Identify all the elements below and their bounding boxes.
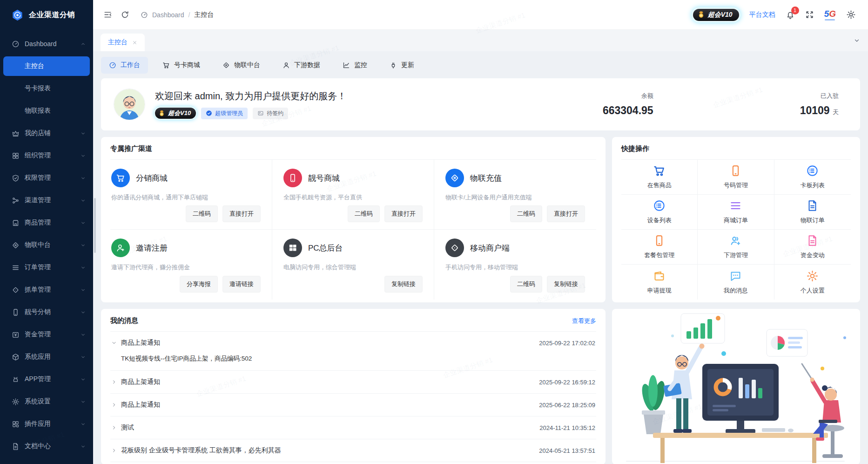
sidebar-item-doc-center[interactable]: 文档中心 xyxy=(0,435,93,457)
sidebar-item-channel[interactable]: 渠道管理 xyxy=(0,189,93,212)
breadcrumb-root[interactable]: Dashboard xyxy=(152,11,184,19)
app-root: 企业渠道分销 Dashboard 主控台 号卡报表 物联报表 我的店铺 组织管理 xyxy=(0,0,868,464)
chevron-right-icon xyxy=(111,448,117,453)
view-more-link[interactable]: 查看更多 xyxy=(572,317,596,331)
quick-action-on-sale-goods[interactable]: 在售商品 xyxy=(621,160,698,195)
sidebar-subitem-console[interactable]: 主控台 xyxy=(3,56,90,76)
message-row[interactable]: 商品上架通知 2025-09-22 17:02:02 xyxy=(110,332,596,354)
tab-label: 物联中台 xyxy=(234,61,260,69)
refresh-icon[interactable] xyxy=(121,10,129,19)
sidebar-item-organization[interactable]: 组织管理 xyxy=(0,144,93,167)
days-stat: 已入驻 10109 天 xyxy=(800,92,839,117)
notifications-button[interactable]: 1 xyxy=(786,10,795,20)
channel-title[interactable]: PC总后台 xyxy=(308,243,343,253)
open-direct-button[interactable]: 直接打开 xyxy=(222,205,261,222)
quick-action-downstream-manage[interactable]: 下游管理 xyxy=(698,230,774,265)
message-row[interactable]: 商品上架通知 2025-06-22 18:25:09 xyxy=(110,394,596,416)
channel-title[interactable]: 靓号商城 xyxy=(308,173,340,184)
illustration-panel xyxy=(612,309,860,464)
sidebar-item-grab-orders[interactable]: 抓单管理 xyxy=(0,279,93,301)
sidebar-item-system-settings[interactable]: 系统设置 xyxy=(0,390,93,413)
channel-title[interactable]: 移动商户端 xyxy=(470,243,510,253)
quick-action-iot-orders[interactable]: 物联订单 xyxy=(774,195,851,230)
people-plus-icon xyxy=(729,234,742,247)
sidebar-subitem-label: 物联报表 xyxy=(25,107,51,115)
copy-link-button[interactable]: 复制链接 xyxy=(547,276,585,293)
quick-action-card-list[interactable]: 卡板列表 xyxy=(774,160,851,195)
tab-card-mall[interactable]: 号卡商城 xyxy=(155,57,208,74)
open-direct-button[interactable]: 直接打开 xyxy=(384,205,423,222)
message-time: 2025-09-22 16:59:12 xyxy=(539,379,595,386)
sidebar-item-funds[interactable]: 资金管理 xyxy=(0,323,93,346)
invite-link-button[interactable]: 邀请链接 xyxy=(222,276,261,293)
message-row[interactable]: 商品上架通知 2025-09-22 16:59:12 xyxy=(110,371,596,394)
channel-title[interactable]: 邀请注册 xyxy=(136,243,168,253)
tab-update[interactable]: 更新 xyxy=(382,57,422,74)
sidebar-item-dashboard[interactable]: Dashboard xyxy=(0,33,93,55)
scrollbar[interactable] xyxy=(94,198,96,253)
quick-action-personal-settings[interactable]: 个人设置 xyxy=(774,265,851,300)
collapse-sidebar-icon[interactable] xyxy=(103,10,112,19)
role-badge[interactable]: 超级管理员 xyxy=(201,108,248,119)
quick-action-label: 套餐包管理 xyxy=(644,251,674,259)
tab-iot-platform[interactable]: 物联中台 xyxy=(215,57,268,74)
channel-title[interactable]: 物联充值 xyxy=(470,173,502,184)
avatar[interactable] xyxy=(114,89,145,120)
message-row[interactable]: 测试 2024-11-21 10:35:12 xyxy=(110,416,596,439)
channel-desc: 物联卡/上网设备用户通用充值端 xyxy=(445,193,585,202)
open-direct-button[interactable]: 直接打开 xyxy=(547,205,585,222)
sidebar-item-permission[interactable]: 权限管理 xyxy=(0,167,93,189)
copy-link-button[interactable]: 复制链接 xyxy=(384,276,423,293)
platform-docs-link[interactable]: 平台文档 xyxy=(749,11,775,19)
tab-monitor[interactable]: 监控 xyxy=(335,57,375,74)
sidebar-item-nice-number[interactable]: 靓号分销 xyxy=(0,301,93,323)
chevron-down-icon xyxy=(81,176,86,181)
qrcode-button[interactable]: 二维码 xyxy=(510,276,542,293)
quick-action-device-list[interactable]: 设备列表 xyxy=(621,195,698,230)
quick-action-fund-changes[interactable]: 资金变动 xyxy=(774,230,851,265)
gauge-icon xyxy=(12,40,20,48)
quick-action-my-messages[interactable]: 我的消息 xyxy=(698,265,774,300)
close-icon[interactable] xyxy=(132,40,137,45)
share-poster-button[interactable]: 分享海报 xyxy=(180,276,218,293)
tab-downstream-data[interactable]: 下游数据 xyxy=(275,57,328,74)
sidebar-item-app-manage[interactable]: APP管理 xyxy=(0,368,93,390)
sidebar-subitem-card-report[interactable]: 号卡报表 xyxy=(0,77,93,100)
sidebar-subitem-iot-report[interactable]: 物联报表 xyxy=(0,100,93,122)
qrcode-button[interactable]: 二维码 xyxy=(348,205,380,222)
tab-console[interactable]: 主控台 xyxy=(101,34,145,51)
sidebar-item-system-app[interactable]: 系统应用 xyxy=(0,346,93,368)
vip-badge[interactable]: 超会V10 xyxy=(693,9,739,21)
quick-action-withdraw[interactable]: 申请提现 xyxy=(621,265,698,300)
sidebar-item-plugins[interactable]: 插件应用 xyxy=(0,413,93,435)
sidebar-item-iot-platform[interactable]: 物联中台 xyxy=(0,234,93,256)
quick-action-number-manage[interactable]: 号码管理 xyxy=(698,160,774,195)
sidebar-item-my-shop[interactable]: 我的店铺 xyxy=(0,122,93,144)
sidebar-item-goods[interactable]: 商品管理 xyxy=(0,212,93,234)
quick-action-mall-orders[interactable]: 商城订单 xyxy=(698,195,774,230)
tab-label: 下游数据 xyxy=(294,61,320,69)
qrcode-button[interactable]: 二维码 xyxy=(510,205,542,222)
vip-badge[interactable]: 超会V10 xyxy=(155,108,196,119)
tab-list-dropdown[interactable] xyxy=(846,30,868,51)
gear-icon xyxy=(12,398,20,406)
sidebar-item-label: 渠道管理 xyxy=(25,196,81,205)
fullscreen-icon[interactable] xyxy=(805,10,814,19)
sidebar: 企业渠道分销 Dashboard 主控台 号卡报表 物联报表 我的店铺 组织管理 xyxy=(0,0,93,464)
channel-grid: 分销商城 你的通讯分销商城，通用下单店铺端 二维码 直接打开 靓号商 xyxy=(110,160,596,300)
settings-gear-icon[interactable] xyxy=(846,10,856,20)
5g-logo[interactable]: 5G xyxy=(824,9,836,20)
tab-workbench[interactable]: 工作台 xyxy=(101,57,148,74)
chevron-right-icon xyxy=(111,425,117,430)
sidebar-item-orders[interactable]: 订单管理 xyxy=(0,256,93,279)
quick-actions-grid: 在售商品 号码管理 卡板列表 设备列表 商城订单 物联订单 套餐包管理 下游管理… xyxy=(621,160,851,300)
message-row[interactable]: 花板级别 企业级号卡管理系统 工欲善其事，必先利其器 2024-05-21 13… xyxy=(110,439,596,462)
main-content: 工作台 号卡商城 物联中台 下游数据 监控 更新 xyxy=(93,51,868,464)
channel-card-nice-number-mall: 靓号商城 全国手机靓号资源，平台直供 二维码 直接打开 xyxy=(272,160,434,230)
quick-action-package-manage[interactable]: 套餐包管理 xyxy=(621,230,698,265)
qrcode-button[interactable]: 二维码 xyxy=(186,205,218,222)
sign-status-badge[interactable]: 待签约 xyxy=(253,108,288,119)
sidebar-item-label: 插件应用 xyxy=(25,420,81,428)
channel-title[interactable]: 分销商城 xyxy=(136,173,168,184)
notification-badge: 1 xyxy=(791,7,799,14)
